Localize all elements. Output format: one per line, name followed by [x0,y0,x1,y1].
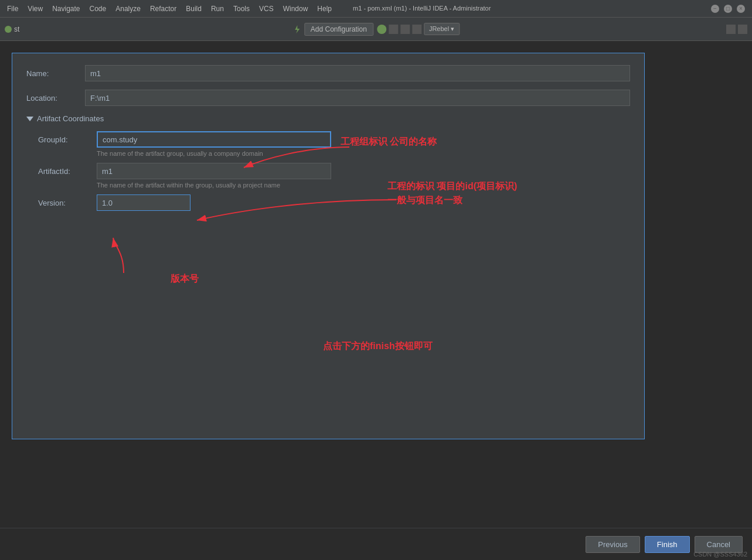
artifactid-input[interactable] [97,163,331,179]
title-bar: File View Navigate Code Analyze Refactor… [0,0,752,18]
profile-button[interactable] [400,25,410,34]
version-label: Version: [38,199,97,207]
previous-button[interactable]: Previous [586,536,640,553]
groupid-field-row: GroupId: [38,131,630,148]
window-controls: − □ × [711,5,745,13]
menu-run[interactable]: Run [211,5,224,13]
groupid-input[interactable] [97,131,331,148]
toolbar-right [726,25,747,34]
location-input[interactable] [85,90,630,106]
groupid-label: GroupId: [38,135,97,144]
version-row: Version: [38,194,630,211]
version-field-row: Version: [38,194,630,211]
version-annotation-text: 版本号 [171,273,199,285]
name-field-row: Name: [26,65,630,81]
artifactid-field-row: ArtifactId: [38,163,630,179]
artifact-section-label: Artifact Coordinates [37,114,104,123]
close-button[interactable]: × [737,5,745,13]
add-configuration-button[interactable]: Add Configuration [304,23,373,36]
menu-analyze[interactable]: Analyze [115,5,141,13]
section-collapse-icon[interactable] [26,117,33,121]
minimize-button[interactable]: − [711,5,719,13]
finish-button[interactable]: Finish [645,536,690,553]
run-icon [5,26,12,33]
run-button[interactable] [377,25,386,34]
menu-tools[interactable]: Tools [233,5,250,13]
groupid-row: GroupId: The name of the artifact group,… [38,131,630,157]
location-label: Location: [26,94,85,103]
artifactid-row: ArtifactId: The name of the artifact wit… [38,163,630,189]
menu-help[interactable]: Help [317,5,332,13]
menu-code[interactable]: Code [90,5,107,13]
menu-window[interactable]: Window [283,5,308,13]
menu-view[interactable]: View [28,5,43,13]
finish-annotation-text: 点击下方的finish按钮即可 [323,340,433,353]
jrebel-button[interactable]: JRebel ▾ [424,23,460,35]
coverage-button[interactable] [412,25,421,34]
new-project-dialog: Name: Location: Artifact Coordinates Gro… [12,53,645,439]
name-input[interactable] [85,65,630,81]
artifactid-hint: The name of the artifact within the grou… [97,182,630,189]
main-content: Name: Location: Artifact Coordinates Gro… [0,41,752,560]
menu-file[interactable]: File [7,5,18,13]
run-config-icon [292,25,302,34]
debug-button[interactable] [389,25,398,34]
menu-bar: File View Navigate Code Analyze Refactor… [7,5,491,13]
settings-icon[interactable] [738,25,747,34]
maximize-button[interactable]: □ [724,5,732,13]
artifact-content: GroupId: The name of the artifact group,… [38,131,630,211]
toolbar: st Add Configuration JRebel ▾ [0,18,752,41]
search-everywhere-icon[interactable] [726,25,736,34]
menu-build[interactable]: Build [186,5,202,13]
dialog-area: Name: Location: Artifact Coordinates Gro… [0,41,752,560]
menu-vcs[interactable]: VCS [259,5,274,13]
csdn-watermark: CSDN @SSS4362 [693,551,747,558]
groupid-hint: The name of the artifact group, usually … [97,150,630,157]
version-arrow [106,235,188,276]
project-name-label: st [14,25,19,33]
artifactid-label: ArtifactId: [38,167,97,176]
artifact-section-header: Artifact Coordinates [26,114,630,123]
footer-bar: Previous Finish Cancel [0,528,752,560]
name-label: Name: [26,69,85,78]
menu-navigate[interactable]: Navigate [52,5,80,13]
location-field-row: Location: [26,90,630,106]
menu-refactor[interactable]: Refactor [150,5,176,13]
toolbar-center: Add Configuration JRebel ▾ [292,23,460,36]
project-title: m1 - pom.xml (m1) - IntelliJ IDEA - Admi… [353,5,491,13]
version-input[interactable] [97,194,190,211]
svg-marker-0 [295,25,300,33]
